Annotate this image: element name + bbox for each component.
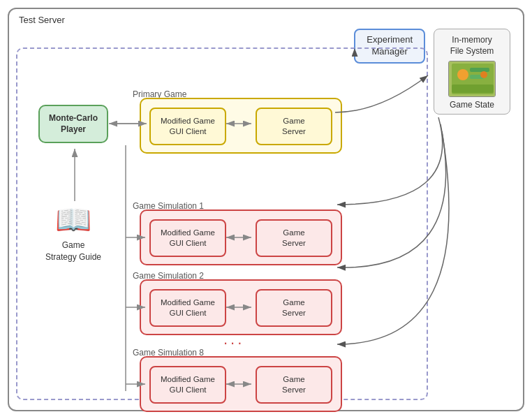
sim8-server-box: GameServer xyxy=(256,366,332,404)
svg-rect-3 xyxy=(470,68,489,72)
sim1-server-label: GameServer xyxy=(282,228,306,249)
sim8-client-box: Modified GameGUI Client xyxy=(149,366,226,404)
sim2-server-label: GameServer xyxy=(282,297,306,318)
sim1-client-box: Modified GameGUI Client xyxy=(149,219,226,257)
sim8-client-label: Modified GameGUI Client xyxy=(161,374,215,395)
primary-game-box: Modified GameGUI Client GameServer xyxy=(140,98,342,154)
sim2-client-label: Modified GameGUI Client xyxy=(161,297,215,318)
sim8-box: Modified GameGUI Client GameServer xyxy=(140,356,342,412)
in-memory-box: In-memoryFile System Game State xyxy=(434,29,510,115)
inner-dashed-area: Monte-CarloPlayer 📖 GameStrategy Guide P… xyxy=(16,47,428,400)
primary-server-label: GameServer xyxy=(282,116,306,137)
sim8-server-label: GameServer xyxy=(282,374,306,395)
primary-client-label: Modified GameGUI Client xyxy=(161,116,215,137)
outer-container: Test Server ExperimentManager In-memoryF… xyxy=(8,8,524,411)
sim2-server-box: GameServer xyxy=(256,289,332,327)
book-icon: 📖 xyxy=(38,203,108,237)
strategy-guide: 📖 GameStrategy Guide xyxy=(38,203,108,263)
sim1-server-box: GameServer xyxy=(256,219,332,257)
primary-client-box: Modified GameGUI Client xyxy=(149,108,226,145)
sim2-box: Modified GameGUI Client GameServer xyxy=(140,279,342,335)
mc-player-label: Monte-CarloPlayer xyxy=(49,113,98,135)
svg-point-2 xyxy=(457,69,468,80)
svg-point-6 xyxy=(480,71,487,78)
svg-rect-5 xyxy=(452,84,494,93)
in-memory-label: In-memoryFile System xyxy=(438,35,505,57)
test-server-label: Test Server xyxy=(19,15,65,25)
game-image xyxy=(448,61,496,97)
sim2-client-box: Modified GameGUI Client xyxy=(149,289,226,327)
sim1-client-label: Modified GameGUI Client xyxy=(161,228,215,249)
ellipsis-dots: ··· xyxy=(223,334,244,352)
primary-server-box: GameServer xyxy=(256,108,332,145)
sim1-box: Modified GameGUI Client GameServer xyxy=(140,210,342,265)
strategy-guide-label: GameStrategy Guide xyxy=(45,240,101,262)
mc-player: Monte-CarloPlayer xyxy=(38,105,108,143)
game-state-label: Game State xyxy=(438,100,505,110)
